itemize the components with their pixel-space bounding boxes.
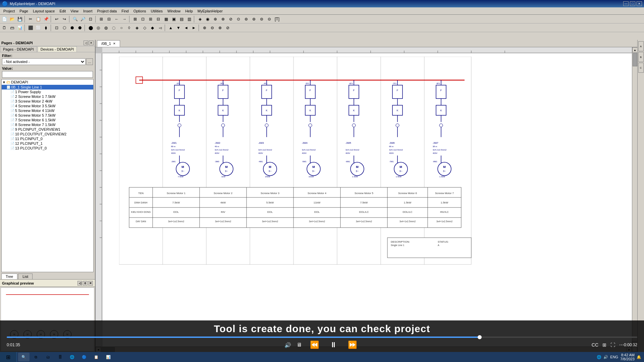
right-sidebar-btn-1[interactable]: A (638, 41, 644, 51)
video-pause-btn[interactable]: ⏸ (327, 341, 340, 349)
maximize-button[interactable]: □ (630, 1, 635, 6)
tb2-17[interactable]: ◈ (133, 24, 141, 32)
tb-copy[interactable]: 📋 (35, 15, 42, 23)
tree-item-11[interactable]: 📄 11 PLCINPUT_0 (2, 136, 93, 141)
tree-item-13[interactable]: 📄 13 PLCOUTPUT_0 (2, 146, 93, 150)
scrollbar-vertical[interactable]: ▲ ▼ (632, 47, 637, 347)
taskbar-start-btn[interactable]: ⊞ (0, 352, 17, 362)
panel-close-btn[interactable]: ✕ (89, 41, 94, 45)
video-progress-track[interactable] (7, 337, 637, 338)
tb2-16[interactable]: ◊ (125, 24, 133, 32)
scroll-thumb-v[interactable] (633, 53, 637, 66)
tree-item-2[interactable]: 📄 2 Screew Motor 1 7.5kW (2, 94, 93, 99)
tree-item-0b1[interactable]: 📃 0B_1 Single Line 1 (2, 85, 93, 89)
tb2-26[interactable]: ⊖ (209, 24, 216, 32)
tb2-22[interactable]: ▼ (175, 24, 182, 32)
tb-g8[interactable]: ⊛ (250, 15, 258, 23)
taskbar-clock[interactable]: 8:42 AM 7/8/2023 (620, 353, 635, 361)
video-more-btn[interactable]: ⋯ (619, 342, 624, 348)
taskbar-app-1[interactable]: 🗂 (42, 353, 54, 361)
menu-utilities[interactable]: Utilities (149, 8, 165, 14)
video-rewind-btn[interactable]: ⏪ (307, 341, 322, 349)
filter-select[interactable]: - Not activated - (2, 58, 86, 65)
video-progress-thumb[interactable] (478, 335, 482, 339)
tb2-7[interactable]: ⊡ (53, 24, 60, 32)
menu-help[interactable]: Help (183, 8, 195, 14)
tab-list[interactable]: List (18, 274, 33, 279)
taskbar-taskview-btn[interactable]: ⧉ (30, 353, 42, 361)
filter-options-btn[interactable]: … (86, 58, 93, 65)
tb2-4[interactable]: ⬛ (27, 24, 34, 32)
tb-open[interactable]: 📂 (8, 15, 16, 23)
video-cast-btn[interactable]: ⊞ (602, 342, 606, 348)
drawing-canvas[interactable]: F -2F1 K -2W1 (102, 53, 632, 347)
tab-devices[interactable]: Devices - DEMOAPI (38, 46, 77, 52)
tb2-8[interactable]: ⬡ (61, 24, 68, 32)
tb-g10[interactable]: ⊝ (266, 15, 273, 23)
menu-insert[interactable]: Insert (81, 8, 95, 14)
tb2-19[interactable]: ◆ (149, 24, 156, 32)
tb-save[interactable]: 💾 (16, 15, 23, 23)
video-cc-btn[interactable]: CC (592, 342, 598, 348)
tb-f5[interactable]: ▦ (162, 15, 170, 23)
preview-close-btn[interactable]: ✕ (88, 281, 93, 286)
tb2-15[interactable]: ○ (118, 24, 125, 32)
menu-layout-space[interactable]: Layout space (31, 8, 57, 14)
tree-item-1[interactable]: 📄 1 Power Supply (2, 89, 93, 94)
tb2-21[interactable]: ▲ (167, 24, 174, 32)
tb2-28[interactable]: ⊘ (224, 24, 231, 32)
menu-find[interactable]: Find (119, 8, 130, 14)
tb-zoom-in[interactable]: 🔍 (71, 15, 79, 23)
tab-pages[interactable]: Pages - DEMOAPI (0, 46, 37, 52)
tb2-11[interactable]: ⬤ (87, 24, 94, 32)
tb-f6[interactable]: ▣ (170, 15, 177, 23)
tb-text[interactable]: [T] (273, 15, 281, 23)
tb2-23[interactable]: ◄ (182, 24, 190, 32)
close-button[interactable]: ✕ (637, 1, 642, 6)
tb-redo[interactable]: ↪ (61, 15, 68, 23)
tb-cut[interactable]: ✂ (27, 15, 34, 23)
taskbar-app-4[interactable]: 🔵 (78, 353, 90, 361)
tree-item-6[interactable]: 📄 6 Screew Motor 5 7.5kW (2, 113, 93, 118)
tb-undo[interactable]: ↩ (53, 15, 60, 23)
tb-zoom-out[interactable]: 🔎 (79, 15, 87, 23)
preview-minimize-btn[interactable]: 0 (83, 281, 88, 286)
panel-pin-btn[interactable]: ◁ (84, 41, 88, 45)
tb-paste[interactable]: 📌 (42, 15, 50, 23)
tree-item-5[interactable]: 📄 5 Screew Motor 4 11kW (2, 108, 93, 113)
doc-tab-0b1[interactable]: /0B_1 ✕ (97, 40, 120, 47)
right-sidebar-btn-2[interactable]: B (638, 52, 644, 62)
tree-item-7[interactable]: 📄 7 Screew Motor 6 1.5kW (2, 118, 93, 122)
taskbar-notification-icon[interactable]: 🔔 (637, 355, 641, 359)
tb-g2[interactable]: ◉ (204, 15, 211, 23)
tb-f4[interactable]: ⊟ (155, 15, 162, 23)
tb2-14[interactable]: ◌ (110, 24, 117, 32)
tb2-13[interactable]: ◍ (102, 24, 110, 32)
taskbar-volume-icon[interactable]: 🔊 (603, 355, 608, 359)
menu-project[interactable]: Project (1, 8, 17, 14)
tb2-9[interactable]: ⬢ (68, 24, 76, 32)
minimize-button[interactable]: — (623, 1, 629, 6)
tb2-2[interactable]: 🗃 (8, 24, 16, 32)
tb-g3[interactable]: ⊕ (212, 15, 219, 23)
tb-g7[interactable]: ⊚ (243, 15, 250, 23)
tb-g5[interactable]: ⊘ (227, 15, 234, 23)
taskbar-app-2[interactable]: 🗄 (54, 353, 66, 361)
tree-item-9[interactable]: 📄 9 PLCINPUT_OVERVIEW1 (2, 127, 93, 132)
tb2-6[interactable]: ⧫ (42, 24, 50, 32)
tb-g6[interactable]: ⊙ (235, 15, 242, 23)
taskbar-network-icon[interactable]: 🌐 (597, 355, 601, 359)
video-screen-btn[interactable]: 🖥 (297, 342, 302, 348)
doc-tab-0b1-close[interactable]: ✕ (113, 42, 116, 45)
tb-f3[interactable]: ⊞ (147, 15, 154, 23)
tb-arrow[interactable]: ← (113, 15, 120, 23)
tb-arrow2[interactable]: → (121, 15, 128, 23)
tree-item-10[interactable]: 📄 10 PLCOUTPUT_OVERVIEW2 (2, 132, 93, 136)
tree-item-8[interactable]: 📄 8 Screew Motor 7 1.5kW (2, 122, 93, 127)
tb2-1[interactable]: 🗒 (1, 24, 8, 32)
tb-f1[interactable]: ⊠ (131, 15, 139, 23)
scroll-up-btn[interactable]: ▲ (632, 47, 637, 53)
tb-snap[interactable]: ⊟ (105, 15, 113, 23)
tb2-24[interactable]: ► (190, 24, 198, 32)
menu-page[interactable]: Page (17, 8, 30, 14)
